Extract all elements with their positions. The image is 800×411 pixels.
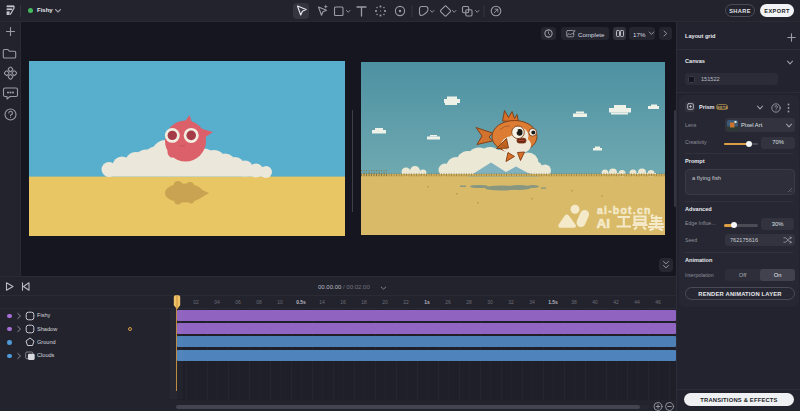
svg-text:ai-bot.cn: ai-bot.cn (597, 204, 652, 216)
svg-text:AI: AI (597, 216, 611, 231)
